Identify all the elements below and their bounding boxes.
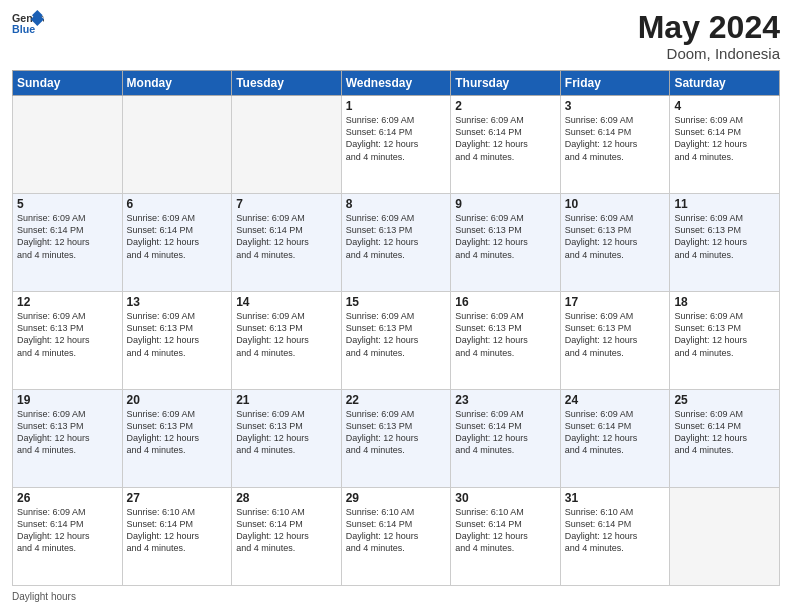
day-info: Sunrise: 6:09 AM Sunset: 6:13 PM Dayligh… — [674, 212, 775, 261]
day-info: Sunrise: 6:09 AM Sunset: 6:13 PM Dayligh… — [127, 310, 228, 359]
day-info: Sunrise: 6:09 AM Sunset: 6:14 PM Dayligh… — [127, 212, 228, 261]
calendar-day-26: 26Sunrise: 6:09 AM Sunset: 6:14 PM Dayli… — [13, 488, 123, 586]
footer-note: Daylight hours — [12, 591, 780, 602]
day-header-monday: Monday — [122, 71, 232, 96]
day-info: Sunrise: 6:09 AM Sunset: 6:13 PM Dayligh… — [236, 310, 337, 359]
day-info: Sunrise: 6:10 AM Sunset: 6:14 PM Dayligh… — [346, 506, 447, 555]
calendar-week-row: 26Sunrise: 6:09 AM Sunset: 6:14 PM Dayli… — [13, 488, 780, 586]
day-info: Sunrise: 6:09 AM Sunset: 6:13 PM Dayligh… — [346, 310, 447, 359]
calendar-day-3: 3Sunrise: 6:09 AM Sunset: 6:14 PM Daylig… — [560, 96, 670, 194]
day-number: 9 — [455, 197, 556, 211]
calendar-day-24: 24Sunrise: 6:09 AM Sunset: 6:14 PM Dayli… — [560, 390, 670, 488]
calendar-day-1: 1Sunrise: 6:09 AM Sunset: 6:14 PM Daylig… — [341, 96, 451, 194]
day-number: 8 — [346, 197, 447, 211]
calendar-day-31: 31Sunrise: 6:10 AM Sunset: 6:14 PM Dayli… — [560, 488, 670, 586]
day-header-saturday: Saturday — [670, 71, 780, 96]
day-number: 29 — [346, 491, 447, 505]
calendar-day-9: 9Sunrise: 6:09 AM Sunset: 6:13 PM Daylig… — [451, 194, 561, 292]
calendar-empty — [232, 96, 342, 194]
day-info: Sunrise: 6:09 AM Sunset: 6:14 PM Dayligh… — [455, 408, 556, 457]
calendar-empty — [670, 488, 780, 586]
day-info: Sunrise: 6:09 AM Sunset: 6:13 PM Dayligh… — [236, 408, 337, 457]
calendar-empty — [122, 96, 232, 194]
day-number: 3 — [565, 99, 666, 113]
day-number: 25 — [674, 393, 775, 407]
day-info: Sunrise: 6:09 AM Sunset: 6:13 PM Dayligh… — [17, 408, 118, 457]
logo: General Blue — [12, 10, 44, 38]
generalblue-logo-icon: General Blue — [12, 10, 44, 38]
day-info: Sunrise: 6:10 AM Sunset: 6:14 PM Dayligh… — [127, 506, 228, 555]
day-number: 28 — [236, 491, 337, 505]
day-info: Sunrise: 6:09 AM Sunset: 6:13 PM Dayligh… — [346, 212, 447, 261]
day-info: Sunrise: 6:09 AM Sunset: 6:13 PM Dayligh… — [565, 310, 666, 359]
day-info: Sunrise: 6:09 AM Sunset: 6:14 PM Dayligh… — [674, 408, 775, 457]
day-info: Sunrise: 6:09 AM Sunset: 6:14 PM Dayligh… — [17, 212, 118, 261]
day-number: 24 — [565, 393, 666, 407]
day-number: 15 — [346, 295, 447, 309]
day-header-tuesday: Tuesday — [232, 71, 342, 96]
day-info: Sunrise: 6:09 AM Sunset: 6:13 PM Dayligh… — [127, 408, 228, 457]
calendar-week-row: 1Sunrise: 6:09 AM Sunset: 6:14 PM Daylig… — [13, 96, 780, 194]
day-number: 5 — [17, 197, 118, 211]
calendar-day-29: 29Sunrise: 6:10 AM Sunset: 6:14 PM Dayli… — [341, 488, 451, 586]
location: Doom, Indonesia — [638, 45, 780, 62]
day-number: 12 — [17, 295, 118, 309]
calendar-day-30: 30Sunrise: 6:10 AM Sunset: 6:14 PM Dayli… — [451, 488, 561, 586]
day-number: 30 — [455, 491, 556, 505]
day-info: Sunrise: 6:09 AM Sunset: 6:13 PM Dayligh… — [455, 212, 556, 261]
calendar-day-13: 13Sunrise: 6:09 AM Sunset: 6:13 PM Dayli… — [122, 292, 232, 390]
day-header-wednesday: Wednesday — [341, 71, 451, 96]
title-block: May 2024 Doom, Indonesia — [638, 10, 780, 62]
calendar-table: SundayMondayTuesdayWednesdayThursdayFrid… — [12, 70, 780, 586]
day-number: 18 — [674, 295, 775, 309]
day-info: Sunrise: 6:10 AM Sunset: 6:14 PM Dayligh… — [565, 506, 666, 555]
day-number: 10 — [565, 197, 666, 211]
day-number: 21 — [236, 393, 337, 407]
day-number: 1 — [346, 99, 447, 113]
month-title: May 2024 — [638, 10, 780, 45]
calendar-day-6: 6Sunrise: 6:09 AM Sunset: 6:14 PM Daylig… — [122, 194, 232, 292]
calendar-day-5: 5Sunrise: 6:09 AM Sunset: 6:14 PM Daylig… — [13, 194, 123, 292]
day-number: 27 — [127, 491, 228, 505]
calendar-day-19: 19Sunrise: 6:09 AM Sunset: 6:13 PM Dayli… — [13, 390, 123, 488]
day-number: 7 — [236, 197, 337, 211]
day-info: Sunrise: 6:09 AM Sunset: 6:14 PM Dayligh… — [346, 114, 447, 163]
calendar-week-row: 19Sunrise: 6:09 AM Sunset: 6:13 PM Dayli… — [13, 390, 780, 488]
day-info: Sunrise: 6:09 AM Sunset: 6:14 PM Dayligh… — [565, 408, 666, 457]
calendar-day-23: 23Sunrise: 6:09 AM Sunset: 6:14 PM Dayli… — [451, 390, 561, 488]
calendar-day-16: 16Sunrise: 6:09 AM Sunset: 6:13 PM Dayli… — [451, 292, 561, 390]
day-number: 19 — [17, 393, 118, 407]
calendar-day-7: 7Sunrise: 6:09 AM Sunset: 6:14 PM Daylig… — [232, 194, 342, 292]
day-number: 11 — [674, 197, 775, 211]
day-number: 31 — [565, 491, 666, 505]
day-info: Sunrise: 6:09 AM Sunset: 6:14 PM Dayligh… — [674, 114, 775, 163]
calendar-day-12: 12Sunrise: 6:09 AM Sunset: 6:13 PM Dayli… — [13, 292, 123, 390]
calendar-day-27: 27Sunrise: 6:10 AM Sunset: 6:14 PM Dayli… — [122, 488, 232, 586]
day-header-sunday: Sunday — [13, 71, 123, 96]
calendar-day-17: 17Sunrise: 6:09 AM Sunset: 6:13 PM Dayli… — [560, 292, 670, 390]
calendar-day-10: 10Sunrise: 6:09 AM Sunset: 6:13 PM Dayli… — [560, 194, 670, 292]
day-number: 16 — [455, 295, 556, 309]
day-info: Sunrise: 6:09 AM Sunset: 6:13 PM Dayligh… — [17, 310, 118, 359]
calendar-day-18: 18Sunrise: 6:09 AM Sunset: 6:13 PM Dayli… — [670, 292, 780, 390]
day-number: 13 — [127, 295, 228, 309]
day-number: 4 — [674, 99, 775, 113]
calendar-day-11: 11Sunrise: 6:09 AM Sunset: 6:13 PM Dayli… — [670, 194, 780, 292]
day-header-thursday: Thursday — [451, 71, 561, 96]
calendar-week-row: 5Sunrise: 6:09 AM Sunset: 6:14 PM Daylig… — [13, 194, 780, 292]
days-header-row: SundayMondayTuesdayWednesdayThursdayFrid… — [13, 71, 780, 96]
day-info: Sunrise: 6:09 AM Sunset: 6:14 PM Dayligh… — [455, 114, 556, 163]
day-info: Sunrise: 6:09 AM Sunset: 6:13 PM Dayligh… — [674, 310, 775, 359]
calendar-week-row: 12Sunrise: 6:09 AM Sunset: 6:13 PM Dayli… — [13, 292, 780, 390]
calendar-day-28: 28Sunrise: 6:10 AM Sunset: 6:14 PM Dayli… — [232, 488, 342, 586]
calendar-day-15: 15Sunrise: 6:09 AM Sunset: 6:13 PM Dayli… — [341, 292, 451, 390]
calendar-day-25: 25Sunrise: 6:09 AM Sunset: 6:14 PM Dayli… — [670, 390, 780, 488]
day-info: Sunrise: 6:09 AM Sunset: 6:13 PM Dayligh… — [346, 408, 447, 457]
day-number: 23 — [455, 393, 556, 407]
calendar-day-14: 14Sunrise: 6:09 AM Sunset: 6:13 PM Dayli… — [232, 292, 342, 390]
day-number: 20 — [127, 393, 228, 407]
day-number: 6 — [127, 197, 228, 211]
calendar-day-4: 4Sunrise: 6:09 AM Sunset: 6:14 PM Daylig… — [670, 96, 780, 194]
day-info: Sunrise: 6:09 AM Sunset: 6:14 PM Dayligh… — [17, 506, 118, 555]
calendar-empty — [13, 96, 123, 194]
